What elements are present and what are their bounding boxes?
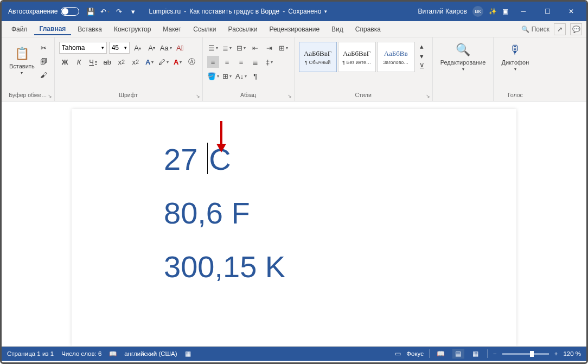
tab-mailings[interactable]: Рассылки [223,24,263,35]
styles-dialog-icon[interactable]: ↘ [426,93,430,99]
increase-indent-button[interactable]: ⇥ [264,42,276,54]
redo-icon[interactable]: ↷ [114,7,124,16]
doc-line-2[interactable]: 80,6 F [164,195,506,231]
status-bar: Страница 1 из 1 Число слов: 6 📖 английск… [2,347,586,361]
clear-format-button[interactable]: A⃠ [174,42,186,54]
mic-icon: 🎙 [509,42,521,58]
shrink-font-button[interactable]: A▾ [146,42,158,54]
editing-button[interactable]: 🔍 Редактирование ▾ [437,40,489,74]
tab-view[interactable]: Вид [326,24,349,35]
style-heading1[interactable]: АаБбВв Заголово… [377,42,415,72]
styles-up-icon[interactable]: ▴ [416,41,428,51]
comments-button[interactable]: 💬 [570,23,582,35]
web-layout-button[interactable]: ▦ [470,349,482,359]
status-language[interactable]: английский (США) [124,350,177,357]
tab-layout[interactable]: Макет [157,24,187,35]
italic-button[interactable]: К [73,56,85,68]
style-normal[interactable]: АаБбВвГ ¶ Обычный [299,42,337,72]
superscript-button[interactable]: x2 [130,56,142,68]
proofing-icon[interactable]: 📖 [109,350,117,357]
style-no-spacing[interactable]: АаБбВвГ ¶ Без инте… [338,42,376,72]
user-name[interactable]: Виталий Каиров [418,8,467,15]
document-area[interactable]: 27 С 80,6 F 300,15 K [2,101,586,347]
dictate-button[interactable]: 🎙 Диктофон ▾ [498,40,532,74]
ribbon-mode-icon[interactable]: ▣ [502,8,508,15]
zoom-value[interactable]: 120 % [563,350,581,357]
zoom-out-button[interactable]: − [493,350,497,357]
justify-button[interactable]: ≣ [250,56,261,68]
styles-down-icon[interactable]: ▾ [416,51,428,61]
bullets-button[interactable]: ☰ [207,42,219,54]
avatar[interactable]: ВК [472,6,483,17]
change-case-button[interactable]: Aa [160,42,172,54]
menu-bar: Файл Главная Вставка Конструктор Макет С… [2,21,586,37]
autosave-label: Автосохранение [8,8,57,15]
line-spacing-button[interactable]: ‡ [264,56,276,68]
zoom-in-button[interactable]: + [554,350,558,357]
clipboard-dialog-icon[interactable]: ↘ [48,93,52,99]
sort-az-button[interactable]: A↓ [235,70,247,82]
maximize-button[interactable]: ☐ [535,2,559,21]
clipboard-icon: 📋 [15,46,29,62]
qat-customize-icon[interactable]: ▾ [128,7,138,16]
save-icon[interactable]: 💾 [86,7,95,16]
strike-button[interactable]: ab [101,56,113,68]
share-button[interactable]: ↗ [554,23,566,35]
ribbon: 📋 Вставить ▾ ✂ 🗐 🖌 Буфер обме… ↘ Tahoma▾… [2,37,586,101]
tab-references[interactable]: Ссылки [188,24,221,35]
multilevel-button[interactable]: ⊟ [235,42,247,54]
group-paragraph: ☰ ≣ ⊟ ⇤ ⇥ ⊞ ≡ ≡ ≡ ≣ ‡ 🪣 ⊞ A↓ ¶ Абзац ↘ [203,37,295,101]
underline-button[interactable]: Ч [87,56,99,68]
format-painter-button[interactable]: 🖌 [38,69,50,81]
show-marks-button[interactable]: ¶ [250,70,261,82]
close-button[interactable]: ✕ [559,2,583,21]
decrease-indent-button[interactable]: ⇤ [250,42,261,54]
text-cursor [207,143,208,174]
tab-file[interactable]: Файл [6,24,33,35]
autosave-toggle[interactable] [61,7,79,16]
font-color-button[interactable]: A [172,56,184,68]
tab-help[interactable]: Справка [350,24,386,35]
paste-button[interactable]: 📋 Вставить ▾ [6,40,38,81]
sort-button[interactable]: ⊞ [278,42,290,54]
undo-icon[interactable]: ↶ [100,7,110,16]
cut-button[interactable]: ✂ [38,42,50,54]
macro-icon[interactable]: ▦ [185,350,191,357]
status-page[interactable]: Страница 1 из 1 [7,350,54,357]
print-layout-button[interactable]: ▤ [452,349,464,359]
borders-button[interactable]: ⊞ [221,70,233,82]
styles-more-icon[interactable]: ⊻ [416,61,428,71]
search-box[interactable]: 🔍 Поиск [521,25,549,33]
saved-dropdown-icon[interactable]: ▾ [324,9,327,14]
text-effects-button[interactable]: A [144,56,156,68]
shading-button[interactable]: 🪣 [207,70,219,82]
status-focus[interactable]: Фокус [406,350,424,357]
coming-soon-icon[interactable]: ✨ [489,8,497,15]
search-ribbon-icon: 🔍 [456,42,470,58]
status-words[interactable]: Число слов: 6 [61,350,101,357]
font-dialog-icon[interactable]: ↘ [196,93,200,99]
tab-insert[interactable]: Вставка [72,24,107,35]
page[interactable]: 27 С 80,6 F 300,15 K [72,109,516,346]
highlight-button[interactable]: 🖊 [158,56,170,68]
font-size-select[interactable]: 45▾ [109,42,130,54]
tab-design[interactable]: Конструктор [108,24,156,35]
minimize-button[interactable]: ─ [512,2,535,21]
subscript-button[interactable]: x2 [116,56,127,68]
grow-font-button[interactable]: A▴ [132,42,144,54]
bold-button[interactable]: Ж [59,56,71,68]
align-center-button[interactable]: ≡ [221,56,233,68]
doc-line-3[interactable]: 300,15 K [164,249,506,284]
align-left-button[interactable]: ≡ [207,56,219,68]
enclose-char-button[interactable]: Ⓐ [186,56,198,68]
copy-button[interactable]: 🗐 [38,55,50,67]
numbering-button[interactable]: ≣ [221,42,233,54]
align-right-button[interactable]: ≡ [235,56,247,68]
tab-home[interactable]: Главная [34,23,72,35]
read-mode-button[interactable]: 📖 [435,349,447,359]
zoom-slider[interactable] [502,353,549,355]
font-name-select[interactable]: Tahoma▾ [59,42,107,54]
tab-review[interactable]: Рецензирование [264,24,325,35]
para-dialog-icon[interactable]: ↘ [287,93,292,99]
group-clipboard: 📋 Вставить ▾ ✂ 🗐 🖌 Буфер обме… ↘ [2,37,55,101]
